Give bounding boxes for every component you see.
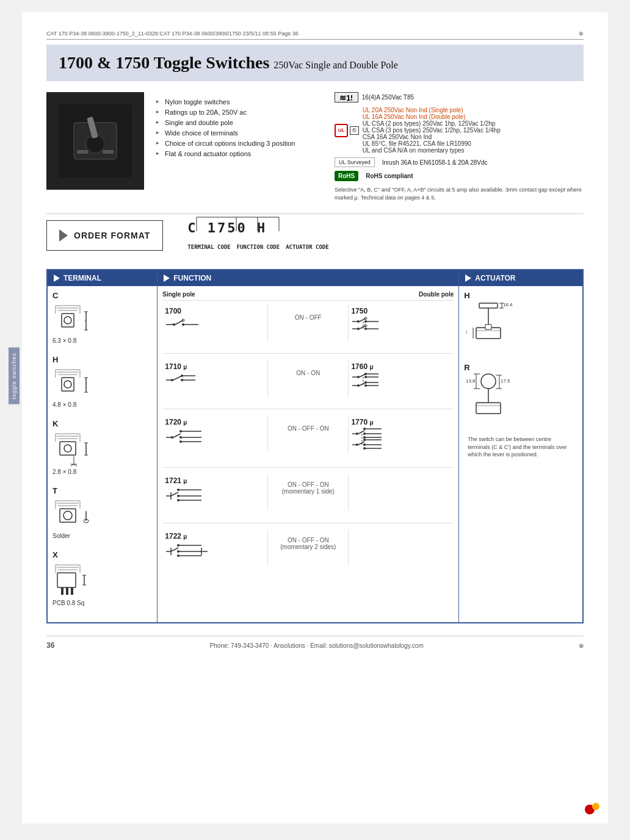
terminal-k-svg xyxy=(52,431,95,467)
svg-rect-62 xyxy=(57,573,76,587)
function-header: FUNCTION xyxy=(158,270,458,286)
ul-rating-item: UL CSA (3 pos types) 250Vac 1/2hp, 125Va… xyxy=(363,127,501,134)
order-format-box: ORDER FORMAT xyxy=(46,220,163,251)
function-header-label: FUNCTION xyxy=(173,274,211,282)
svg-point-40 xyxy=(64,445,71,452)
order-format-section: ORDER FORMAT C 1750 H TERMINAL CODE FUNC xyxy=(46,214,584,257)
svg-rect-65 xyxy=(71,587,73,595)
order-code-main: C 1750 H xyxy=(187,220,328,235)
sp-1721-code: 1721 μ xyxy=(165,476,265,485)
safety-mark-text: Inrush 36A to EN61058-1 & 20A 28Vdc xyxy=(382,159,488,166)
terminal-header: TERMINAL xyxy=(48,270,157,286)
ratings-section: ≋15 16(4)A 250Vac T85 UL ® UL 20A 250Vac… xyxy=(335,92,584,201)
actuator-h: H 16.4 xyxy=(464,291,578,345)
svg-text:16.4: 16.4 xyxy=(503,302,513,307)
svg-rect-158 xyxy=(479,303,498,308)
svg-point-82 xyxy=(357,328,360,330)
actuator-code-label: ACTUATOR CODE xyxy=(286,244,328,250)
ul-rating-item: CSA 16A 250Vac Non Ind xyxy=(363,134,501,140)
order-format-label: ORDER FORMAT xyxy=(74,231,150,240)
sp-1720: 1720 μ xyxy=(162,415,267,449)
safety-row: UL Surveyed Inrush 36A to EN61058-1 & 20… xyxy=(335,157,584,167)
svg-point-30 xyxy=(64,381,71,388)
actuator-column: ACTUATOR H 16.4 xyxy=(459,270,582,622)
svg-text:13.8: 13.8 xyxy=(466,378,476,384)
svg-line-140 xyxy=(171,492,178,496)
subtitle-text: 250Vac Single and Double Pole xyxy=(273,60,398,70)
svg-point-120 xyxy=(356,433,358,435)
ul-symbol: UL xyxy=(335,124,348,137)
actuator-r-svg: 17.5 13.8 xyxy=(464,372,516,418)
rohs-row: RoHS RoHS compliant xyxy=(335,171,584,181)
feature-item: Single and double pole xyxy=(156,119,322,126)
terminal-k-row: K xyxy=(52,419,152,475)
terminal-t-dim: Solder xyxy=(52,533,152,539)
features-list: Nylon toggle switchesRatings up to 20A, … xyxy=(156,92,322,201)
svg-point-19 xyxy=(64,317,71,324)
sp-1722-circuit xyxy=(165,540,214,559)
sp-1700-circuit xyxy=(165,315,201,331)
dp-1770-circuit xyxy=(351,426,394,451)
function-row-1721: 1721 μ xyxy=(162,467,454,511)
sidebar-tab: toggle switches xyxy=(9,348,20,404)
cert-symbol: ≋15 xyxy=(339,92,352,103)
dp-1750-code: 1750 xyxy=(351,307,451,315)
terminal-arrow xyxy=(54,275,60,282)
actuator-h-code: H xyxy=(464,291,578,300)
actuator-header: ACTUATOR xyxy=(459,270,582,286)
feature-item: Ratings up to 20A, 250V ac xyxy=(156,109,322,116)
dp-1760: 1760 μ xyxy=(349,360,454,397)
function-row-1700: 1700 ON - OFF xyxy=(162,304,454,341)
corner-svg xyxy=(584,797,602,816)
ul-rating-item: UL 16A 250Vac Non Ind (Double pole) xyxy=(363,113,501,120)
svg-point-179 xyxy=(481,374,496,389)
svg-point-74 xyxy=(182,323,184,326)
dp-1750-circuit xyxy=(351,315,394,334)
sp-1721: 1721 μ xyxy=(162,474,267,508)
center-label-1700: ON - OFF xyxy=(268,314,348,321)
order-code-diagram: C 1750 H TERMINAL CODE FUNCTION CODE ACT… xyxy=(187,220,328,250)
svg-rect-18 xyxy=(62,314,74,327)
terminal-c-code: C xyxy=(52,291,152,300)
dp-1760-circuit xyxy=(351,371,394,392)
svg-point-201 xyxy=(592,803,599,810)
feature-item: Nylon toggle switches xyxy=(156,98,322,106)
terminal-x-svg xyxy=(52,562,95,598)
svg-point-96 xyxy=(357,376,360,378)
svg-point-103 xyxy=(357,384,360,387)
footer-contact: Phone: 749-343-3470 · Ansolutions · Emai… xyxy=(210,642,424,649)
svg-rect-29 xyxy=(62,378,74,391)
meta-text: CAT 170 P34-38 0600-3900-1750_2_11-0328:… xyxy=(46,31,299,37)
function-code-label: FUNCTION CODE xyxy=(237,244,280,250)
sp-1700-code: 1700 xyxy=(165,307,265,315)
function-arrow xyxy=(164,275,170,282)
sp-1700: 1700 xyxy=(162,304,267,335)
svg-rect-39 xyxy=(60,442,76,455)
svg-rect-176 xyxy=(485,325,491,329)
sp-1720-code: 1720 μ xyxy=(165,418,265,426)
center-label-1720: ON - OFF - ON xyxy=(268,425,348,432)
ul-ratings-list: UL 20A 250Vac Non Ind (Single pole)UL 16… xyxy=(363,107,501,154)
center-label-1710: ON - ON xyxy=(268,370,348,376)
sp-1722: 1722 μ xyxy=(162,529,267,563)
features-ul: Nylon toggle switchesRatings up to 20A, … xyxy=(156,98,322,157)
dp-1750: 1750 xyxy=(349,304,454,338)
feature-item: Choice of circuit options including 3 po… xyxy=(156,140,322,147)
bottom-crosshair: ⊕ xyxy=(579,642,584,649)
function-column: FUNCTION Single pole Double pole 1700 xyxy=(158,270,459,622)
terminal-t-row: T Solder xyxy=(52,486,152,539)
feature-item: Flat & round actuator options xyxy=(156,150,322,157)
title-section: 1700 & 1750 Toggle Switches 250Vac Singl… xyxy=(46,45,584,81)
page-title: 1700 & 1750 Toggle Switches 250Vac Singl… xyxy=(59,53,571,73)
terminal-c: C xyxy=(52,291,152,344)
corner-decoration xyxy=(584,797,602,817)
sp-1710-code: 1710 μ xyxy=(165,362,265,371)
sp-1710: 1710 μ xyxy=(162,360,267,390)
safety-mark-box: UL Surveyed xyxy=(335,157,375,167)
rohs-text: RoHS compliant xyxy=(366,173,413,179)
center-label-1721: ON - OFF - ON(momentary 1 side) xyxy=(268,481,348,495)
actuator-content: H 16.4 xyxy=(459,286,582,591)
svg-rect-64 xyxy=(66,587,68,595)
terminal-k-code: K xyxy=(52,419,152,428)
terminal-c-svg xyxy=(52,303,95,336)
